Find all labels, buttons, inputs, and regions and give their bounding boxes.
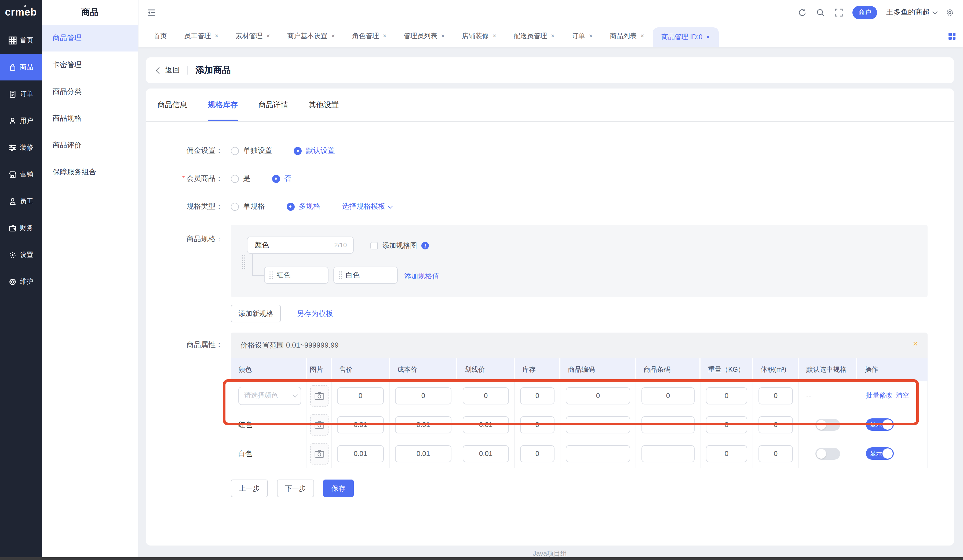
back-button[interactable]: 返回 — [157, 65, 180, 75]
workspace-tab[interactable]: 首页 — [145, 25, 175, 47]
batch-edit-link[interactable]: 批量修改 — [866, 391, 893, 400]
clear-link[interactable]: 清空 — [896, 391, 909, 400]
add-spec-image-checkbox[interactable] — [370, 242, 378, 249]
refresh-icon[interactable] — [798, 8, 807, 17]
search-icon[interactable] — [816, 8, 825, 17]
cost-input[interactable] — [395, 416, 451, 433]
stock-input[interactable] — [520, 445, 554, 462]
submenu-item-goods-management[interactable]: 商品管理 — [42, 25, 138, 52]
stock-input[interactable] — [520, 416, 554, 433]
workspace-tab[interactable]: 员工管理× — [175, 25, 227, 47]
spec-name-input[interactable]: 颜色 2/10 — [247, 236, 354, 254]
workspace-tab[interactable]: 配送员管理× — [505, 25, 563, 47]
tab-layout-icon[interactable] — [948, 33, 955, 40]
prev-step-button[interactable]: 上一步 — [231, 479, 268, 497]
add-spec-value-link[interactable]: 添加规格值 — [404, 272, 439, 281]
sidebar-item-decorate[interactable]: 装修 — [0, 134, 42, 161]
line-price-input[interactable] — [463, 445, 509, 462]
drag-handle-icon[interactable] — [242, 255, 246, 269]
commission-radio-individual[interactable]: 单独设置 — [231, 146, 272, 155]
member-radio-no[interactable]: 否 — [272, 174, 292, 183]
show-toggle[interactable]: 显示 — [866, 418, 894, 431]
sidebar-item-finance[interactable]: 财务 — [0, 215, 42, 241]
batch-price-input[interactable] — [337, 387, 384, 404]
drag-handle-icon[interactable] — [338, 271, 342, 280]
tab-close-icon[interactable]: × — [706, 33, 710, 41]
workspace-tab[interactable]: 商户基本设置× — [279, 25, 344, 47]
workspace-tab[interactable]: 素材管理× — [227, 25, 279, 47]
spec-value-input-red[interactable]: 红色 — [264, 267, 329, 284]
spec-value-input-white[interactable]: 白色 — [333, 267, 398, 284]
tab-goods-detail[interactable]: 商品详情 — [258, 89, 288, 121]
sidebar-item-staff[interactable]: 员工 — [0, 188, 42, 215]
upload-image-button[interactable] — [310, 414, 328, 435]
workspace-tab-active[interactable]: 商品管理 ID:0× — [653, 28, 718, 47]
cost-input[interactable] — [395, 445, 451, 462]
sidebar-item-orders[interactable]: 订单 — [0, 81, 42, 107]
tab-close-icon[interactable]: × — [266, 32, 270, 40]
batch-line-price-input[interactable] — [463, 387, 509, 404]
batch-cost-input[interactable] — [395, 387, 451, 404]
sidebar-item-marketing[interactable]: 营销 — [0, 161, 42, 188]
member-radio-yes[interactable]: 是 — [231, 174, 250, 183]
spec-type-radio-single[interactable]: 单规格 — [231, 202, 265, 211]
merchant-account-menu[interactable]: 王多鱼的商超 — [886, 8, 936, 17]
tab-close-icon[interactable]: × — [383, 32, 386, 40]
tab-close-icon[interactable]: × — [331, 32, 335, 40]
workspace-tab[interactable]: 店铺装修× — [453, 25, 505, 47]
volume-input[interactable] — [759, 445, 793, 462]
sidebar-item-home[interactable]: 首页 — [0, 27, 42, 53]
submenu-item-goods-category[interactable]: 商品分类 — [42, 78, 138, 105]
choose-spec-template-link[interactable]: 选择规格模板 — [342, 202, 391, 211]
code-input[interactable] — [566, 445, 630, 462]
default-spec-toggle[interactable] — [815, 448, 840, 460]
batch-weight-input[interactable] — [706, 387, 747, 404]
default-spec-toggle[interactable] — [815, 419, 840, 431]
volume-input[interactable] — [759, 416, 793, 433]
tab-other-settings[interactable]: 其他设置 — [309, 89, 339, 121]
submenu-item-goods-spec[interactable]: 商品规格 — [42, 105, 138, 132]
next-step-button[interactable]: 下一步 — [277, 479, 314, 497]
sidebar-item-users[interactable]: 用户 — [0, 107, 42, 134]
sidebar-item-settings[interactable]: 设置 — [0, 241, 42, 268]
menu-fold-icon[interactable] — [147, 8, 156, 17]
tab-spec-stock[interactable]: 规格库存 — [208, 89, 238, 121]
batch-stock-input[interactable] — [520, 387, 554, 404]
color-select[interactable]: 请选择颜色 — [238, 387, 301, 405]
barcode-input[interactable] — [642, 445, 695, 462]
submenu-item-guarantee-service[interactable]: 保障服务组合 — [42, 159, 138, 186]
price-input[interactable] — [337, 416, 384, 433]
gear-icon[interactable] — [945, 8, 955, 17]
batch-code-input[interactable] — [566, 387, 630, 404]
weight-input[interactable] — [706, 445, 747, 462]
line-price-input[interactable] — [463, 416, 509, 433]
sidebar-item-maintenance[interactable]: 维护 — [0, 268, 42, 295]
save-as-template-link[interactable]: 另存为模板 — [297, 309, 333, 318]
sidebar-item-goods[interactable]: 商品 — [0, 53, 42, 81]
tab-close-icon[interactable]: × — [441, 32, 445, 40]
info-icon[interactable]: i — [422, 242, 429, 249]
commission-radio-default[interactable]: 默认设置 — [293, 146, 335, 155]
spec-type-radio-multi[interactable]: 多规格 — [286, 202, 321, 211]
show-toggle[interactable]: 显示 — [866, 447, 894, 460]
tab-close-icon[interactable]: × — [551, 32, 554, 40]
close-icon[interactable]: × — [913, 340, 918, 348]
tab-goods-info[interactable]: 商品信息 — [157, 89, 187, 121]
workspace-tab[interactable]: 商品列表× — [601, 25, 653, 47]
upload-image-button[interactable] — [310, 443, 328, 464]
add-new-spec-button[interactable]: 添加新规格 — [231, 305, 281, 322]
submenu-item-goods-review[interactable]: 商品评价 — [42, 132, 138, 159]
tab-close-icon[interactable]: × — [493, 32, 496, 40]
workspace-tab[interactable]: 订单× — [563, 25, 601, 47]
workspace-tab[interactable]: 角色管理× — [344, 25, 395, 47]
batch-volume-input[interactable] — [759, 387, 793, 404]
tab-close-icon[interactable]: × — [589, 32, 593, 40]
workspace-tab[interactable]: 管理员列表× — [395, 25, 453, 47]
upload-image-button[interactable] — [310, 385, 328, 406]
save-button[interactable]: 保存 — [323, 479, 354, 497]
submenu-item-card-secret[interactable]: 卡密管理 — [42, 52, 138, 78]
batch-barcode-input[interactable] — [642, 387, 695, 404]
fullscreen-icon[interactable] — [834, 8, 843, 17]
code-input[interactable] — [566, 416, 630, 433]
barcode-input[interactable] — [642, 416, 695, 433]
